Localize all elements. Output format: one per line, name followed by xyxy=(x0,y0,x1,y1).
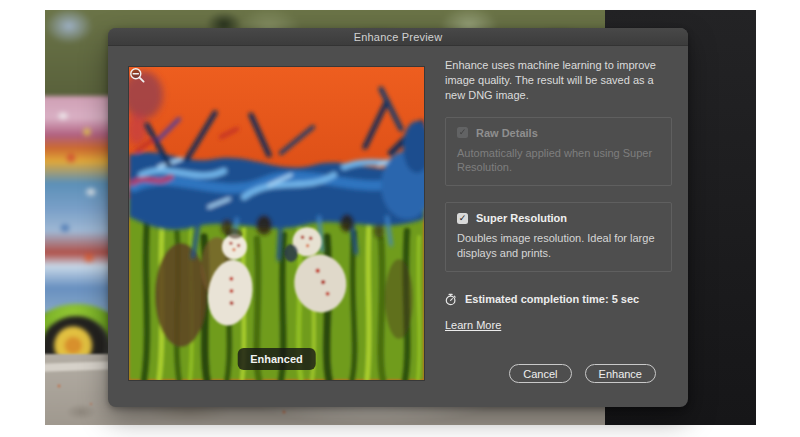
enhance-button[interactable]: Enhance xyxy=(585,364,656,383)
raw-details-box: ✓ Raw Details Automatically applied when… xyxy=(445,117,672,187)
enhanced-badge: Enhanced xyxy=(237,348,316,370)
dialog-description: Enhance uses machine learning to improve… xyxy=(445,58,672,104)
dialog-info-panel: Enhance uses machine learning to improve… xyxy=(445,58,672,333)
preview-image[interactable]: Enhanced xyxy=(129,67,424,380)
screenshot-canvas: Enhance Preview xyxy=(0,0,800,437)
cancel-button[interactable]: Cancel xyxy=(509,364,571,383)
raw-details-label: Raw Details xyxy=(476,127,538,139)
timer-icon xyxy=(445,293,457,306)
learn-more-link[interactable]: Learn More xyxy=(445,319,501,331)
zoom-out-icon[interactable] xyxy=(129,67,146,84)
super-resolution-label: Super Resolution xyxy=(476,212,567,224)
enhance-preview-dialog: Enhance Preview xyxy=(108,28,688,407)
super-resolution-checkbox[interactable]: ✓ xyxy=(457,213,468,224)
raw-details-description: Automatically applied when using Super R… xyxy=(457,146,660,176)
dialog-buttons: Cancel Enhance xyxy=(509,364,656,383)
estimated-time-text: Estimated completion time: 5 sec xyxy=(465,293,639,305)
raw-details-checkbox: ✓ xyxy=(457,127,468,138)
dialog-title: Enhance Preview xyxy=(354,31,443,43)
dialog-titlebar[interactable]: Enhance Preview xyxy=(108,28,688,46)
super-resolution-description: Doubles image resolution. Ideal for larg… xyxy=(457,231,660,261)
preview-artwork xyxy=(129,67,424,380)
estimated-time-row: Estimated completion time: 5 sec xyxy=(445,293,672,306)
super-resolution-box: ✓ Super Resolution Doubles image resolut… xyxy=(445,202,672,272)
